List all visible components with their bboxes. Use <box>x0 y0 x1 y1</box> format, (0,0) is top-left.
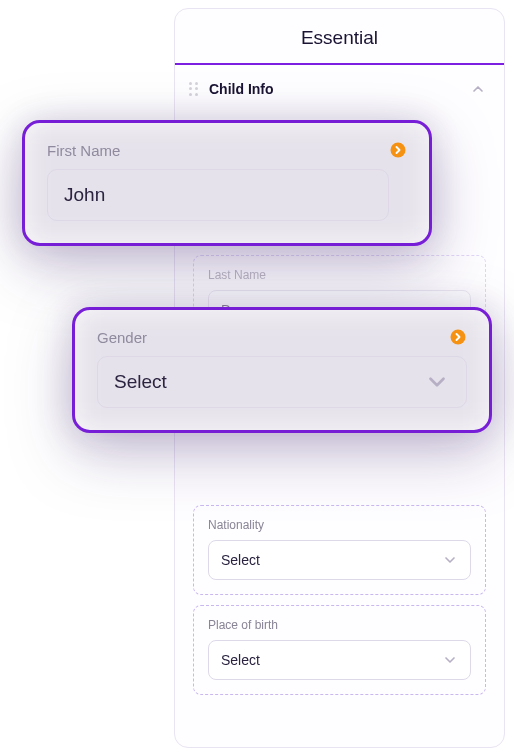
chevron-down-icon <box>442 652 458 668</box>
chevron-down-icon <box>424 369 450 395</box>
section-title: Child Info <box>209 81 462 97</box>
arrow-circle-right-icon[interactable] <box>389 141 407 159</box>
first-name-value: John <box>64 184 105 206</box>
drag-handle-icon[interactable] <box>189 82 201 96</box>
svg-point-0 <box>391 143 406 158</box>
nationality-value: Select <box>221 552 260 568</box>
gender-popout: Gender Select <box>72 307 492 433</box>
chevron-up-icon[interactable] <box>470 81 486 97</box>
nationality-select[interactable]: Select <box>208 540 471 580</box>
first-name-input[interactable]: John <box>47 169 389 221</box>
chevron-down-icon <box>442 552 458 568</box>
svg-point-1 <box>451 330 466 345</box>
gender-label: Gender <box>97 329 147 346</box>
gender-value: Select <box>114 371 167 393</box>
first-name-label: First Name <box>47 142 120 159</box>
panel-title: Essential <box>175 9 504 65</box>
place-of-birth-label: Place of birth <box>208 618 471 632</box>
last-name-label: Last Name <box>208 268 471 282</box>
place-of-birth-select[interactable]: Select <box>208 640 471 680</box>
place-of-birth-value: Select <box>221 652 260 668</box>
section-header[interactable]: Child Info <box>175 65 504 107</box>
arrow-circle-right-icon[interactable] <box>449 328 467 346</box>
first-name-popout: First Name John <box>22 120 432 246</box>
nationality-label: Nationality <box>208 518 471 532</box>
gender-select[interactable]: Select <box>97 356 467 408</box>
field-nationality: Nationality Select <box>193 505 486 595</box>
field-place-of-birth: Place of birth Select <box>193 605 486 695</box>
